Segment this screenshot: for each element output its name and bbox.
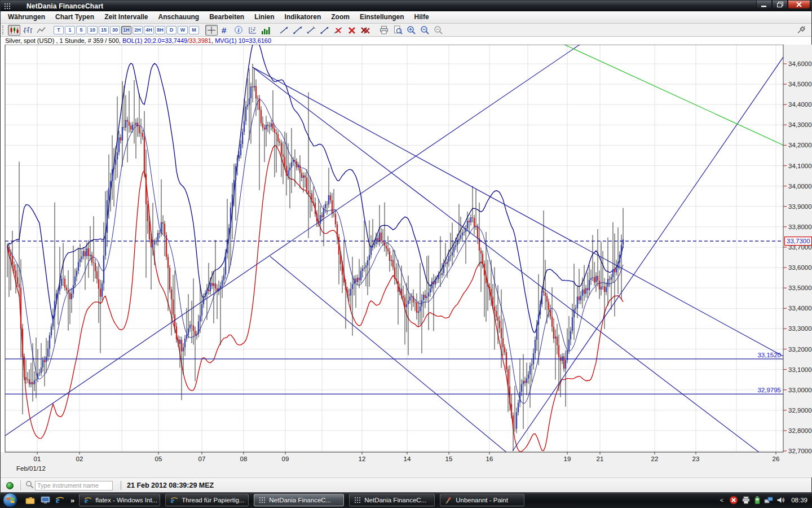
interval-button-1[interactable]: 1 (65, 26, 75, 34)
pin-button[interactable] (795, 25, 807, 36)
svg-text:e: e (85, 496, 88, 504)
show-desktop-icon[interactable] (39, 494, 51, 506)
quick-launch-overflow-chevron[interactable]: » (70, 496, 74, 505)
svg-text:33,1000: 33,1000 (788, 366, 812, 373)
interval-button-10[interactable]: 10 (87, 26, 98, 34)
candlestick-chart-button[interactable] (8, 25, 20, 36)
interval-button-5[interactable]: 5 (76, 26, 86, 34)
info-button[interactable]: i (232, 25, 245, 36)
menu-item-anschauung[interactable]: Anschauung (153, 11, 205, 23)
svg-text:34,4000: 34,4000 (788, 101, 812, 108)
zoom-out-button[interactable] (418, 25, 431, 36)
trend-ray-button[interactable] (319, 25, 331, 36)
print-preview-button[interactable] (391, 25, 404, 36)
svg-text:05: 05 (155, 456, 162, 462)
print-button[interactable] (378, 25, 390, 36)
taskbar-button-netdania-financec[interactable]: NetDania FinanceC... (349, 494, 435, 506)
menu-item-bearbeiten[interactable]: Bearbeiten (204, 11, 249, 23)
taskbar-button-thread-für-papiertig[interactable]: eThread für Papiertig... (165, 494, 249, 506)
menu-item-einstellungen[interactable]: Einstellungen (355, 11, 409, 23)
menu-item-währungen[interactable]: Währungen (3, 11, 50, 23)
maximize-button[interactable] (772, 1, 788, 9)
status-segment: BOL(1) 20;2.0=33,7449 (122, 37, 187, 44)
svg-text:33,0000: 33,0000 (788, 387, 812, 393)
svg-text:01: 01 (34, 456, 41, 462)
svg-text:34,3000: 34,3000 (788, 121, 812, 128)
price-chart[interactable]: 33,152032,979534,600034,500034,400034,30… (1, 45, 812, 478)
delete-selected-button[interactable] (346, 25, 358, 36)
tray-collapse-chevron[interactable]: < (720, 497, 723, 503)
toolbar-grip[interactable] (2, 25, 5, 34)
titlebar[interactable]: NetDania FinanceChart (1, 1, 811, 11)
menu-item-zoom[interactable]: Zoom (326, 11, 355, 23)
interval-button-d[interactable]: D (166, 26, 176, 34)
svg-text:32,9795: 32,9795 (757, 387, 781, 393)
crosshair-button[interactable] (205, 25, 218, 36)
taskbar-button-unbenannt-paint[interactable]: Unbenannt - Paint (440, 494, 524, 506)
netdania-icon (354, 497, 361, 503)
delete-all-button[interactable] (359, 25, 372, 36)
menubar: WährungenChart TypenZeit IntervalleAnsch… (1, 11, 811, 24)
search-input[interactable] (35, 481, 113, 491)
printer-icon[interactable] (742, 496, 751, 504)
internet-explorer-icon[interactable]: e (54, 494, 65, 506)
interval-button-4h[interactable]: 4H (144, 26, 154, 34)
svg-text:33,4000: 33,4000 (788, 305, 812, 312)
status-segment: MVG(1) 10=33,6160 (215, 37, 271, 44)
paint-icon (445, 496, 452, 504)
interval-button-1h[interactable]: 1H (121, 26, 131, 34)
menu-item-linien[interactable]: Linien (249, 11, 279, 23)
svg-text:32,9000: 32,9000 (788, 407, 812, 414)
interval-button-15[interactable]: 15 (99, 26, 109, 34)
menu-item-chart-typen[interactable]: Chart Typen (50, 11, 99, 23)
trend-line-extended-button[interactable] (292, 25, 304, 36)
minimize-button[interactable] (756, 1, 772, 9)
trend-channel-button[interactable] (305, 25, 317, 36)
menu-item-hilfe[interactable]: Hilfe (409, 11, 434, 23)
folder-icon[interactable] (25, 494, 36, 506)
battery-icon[interactable] (754, 496, 761, 504)
annotation-button[interactable]: 1.2 (246, 25, 258, 36)
server-timestamp: 21 Feb 2012 08:39:29 MEZ (127, 481, 214, 489)
taskbar-clock[interactable]: 08:39 (791, 497, 807, 503)
netdania-window: NetDania FinanceChart WährungenChart Typ… (0, 0, 812, 492)
volume-icon[interactable] (776, 496, 785, 504)
interval-button-8h[interactable]: 8H (155, 26, 165, 34)
security-alert-icon[interactable] (729, 496, 738, 505)
instrument-status-line: Silver, spot (USD) , 1 Stunde, # 359 / 5… (1, 37, 811, 45)
interval-button-2h[interactable]: 2H (133, 26, 143, 34)
svg-text:15: 15 (445, 456, 453, 462)
menu-item-zeit-intervalle[interactable]: Zeit Intervalle (99, 11, 153, 23)
zoom-in-button[interactable] (405, 25, 417, 36)
svg-text:21: 21 (597, 456, 604, 462)
zoom-reset-button[interactable] (432, 25, 444, 36)
toolbar: T151015301H2H4H8HDWM#i1.2 (1, 24, 811, 37)
close-button[interactable] (788, 1, 810, 9)
svg-text:33,3000: 33,3000 (788, 325, 812, 332)
svg-text:i: i (238, 27, 240, 33)
svg-text:33,8000: 33,8000 (788, 224, 812, 230)
app-status-bar: 21 Feb 2012 08:39:29 MEZ (1, 478, 811, 493)
svg-text:23: 23 (692, 456, 700, 462)
taskbar-button-netdania-financec[interactable]: NetDania FinanceC... (254, 494, 344, 506)
volume-button[interactable] (259, 25, 272, 36)
grid-button[interactable]: # (219, 25, 231, 36)
start-button[interactable] (3, 493, 17, 507)
svg-text:33,1520: 33,1520 (757, 352, 781, 358)
svg-text:22: 22 (651, 456, 659, 462)
bar-chart-button[interactable] (21, 25, 34, 36)
trend-line-button[interactable] (278, 25, 290, 36)
svg-text:32,8000: 32,8000 (788, 427, 812, 434)
interval-button-w[interactable]: W (178, 26, 188, 34)
network-icon[interactable] (764, 496, 773, 504)
taskbar-button-flatex-windows-int[interactable]: eflatex - Windows Int... (79, 494, 160, 506)
svg-text:34,0000: 34,0000 (788, 183, 812, 190)
interval-button-30[interactable]: 30 (110, 26, 120, 34)
netdania-icon (259, 497, 266, 503)
interval-button-t[interactable]: T (54, 26, 64, 34)
interval-button-m[interactable]: M (189, 26, 199, 34)
delete-line-button[interactable] (332, 25, 345, 36)
menu-item-indikatoren[interactable]: Indikatoren (280, 11, 326, 23)
svg-text:34,2000: 34,2000 (788, 142, 812, 148)
line-chart-button[interactable] (35, 25, 47, 36)
